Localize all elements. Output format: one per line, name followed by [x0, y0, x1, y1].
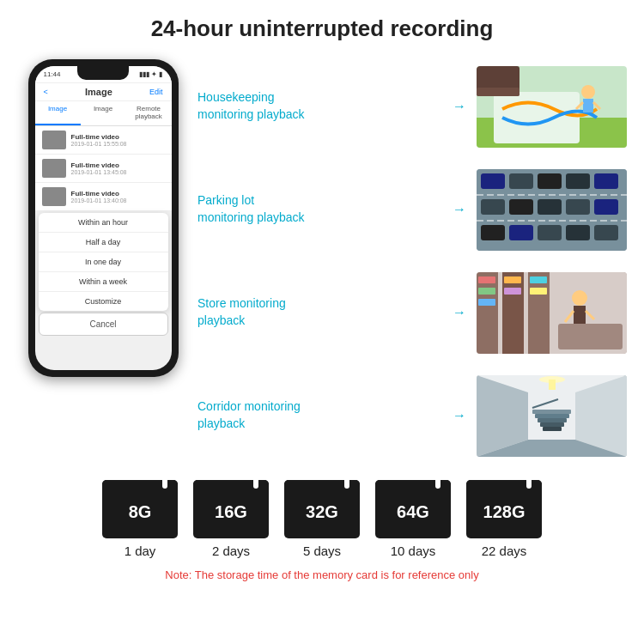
memory-card-notch-8g [162, 480, 167, 489]
phone-list-item-2[interactable]: Full-time video 2019-01-01 13:45:08 [35, 155, 172, 183]
monitoring-label-parking: Parking lotmonitoring playback [197, 192, 442, 226]
svg-rect-39 [530, 288, 547, 295]
phone-body: 11:44 ▮▮▮ ✦ ▮ < Image Edit Image Image R… [28, 59, 179, 377]
phone-tab-image[interactable]: Image [35, 101, 81, 125]
monitoring-label-housekeeping: Housekeepingmonitoring playback [197, 89, 442, 123]
phone-item-date-1: 2019-01-01 15:55:08 [71, 141, 165, 147]
svg-point-3 [581, 85, 595, 99]
phone-dropdown-one-day[interactable]: In one day [39, 252, 168, 272]
phone-item-title-3: Full-time video [71, 190, 165, 197]
storage-note: Note: The storage time of the memory car… [165, 568, 478, 581]
storage-card-64g: 64G 10 days [375, 480, 451, 558]
svg-rect-13 [481, 173, 505, 189]
phone-item-title-2: Full-time video [71, 161, 165, 169]
svg-rect-31 [502, 272, 524, 354]
svg-rect-26 [566, 225, 590, 240]
phone-thumb-2 [42, 159, 66, 178]
memory-card-label-16g: 16G [215, 502, 247, 522]
phone-thumb-3 [42, 187, 66, 206]
phone-dropdown-customize[interactable]: Customize [39, 292, 168, 311]
storage-card-128g: 128G 22 days [466, 480, 542, 558]
memory-card-128g: 128G [466, 480, 542, 538]
svg-rect-25 [538, 225, 562, 240]
svg-rect-52 [532, 410, 571, 414]
storage-card-32g: 32G 5 days [284, 480, 360, 558]
phone-tabs: Image Image Remote playback [35, 101, 172, 126]
phone-dropdown-half-day[interactable]: Half a day [39, 233, 168, 252]
svg-rect-22 [594, 199, 618, 215]
svg-rect-19 [509, 199, 533, 215]
phone-tab-image2[interactable]: Image [81, 101, 126, 125]
monitoring-scenarios: Housekeepingmonitoring playback → [197, 51, 627, 471]
phone-nav: < Image Edit [35, 83, 172, 101]
svg-rect-16 [566, 173, 590, 189]
svg-rect-15 [538, 173, 562, 189]
svg-rect-56 [543, 427, 562, 431]
svg-rect-20 [538, 199, 562, 215]
svg-rect-36 [504, 276, 521, 283]
storage-section: 8G 1 day 16G 2 days 32G 5 days 64G 10 da… [0, 471, 644, 586]
storage-days-128g: 22 days [482, 544, 527, 558]
main-content: 11:44 ▮▮▮ ✦ ▮ < Image Edit Image Image R… [0, 51, 644, 471]
memory-card-label-128g: 128G [483, 502, 526, 522]
svg-rect-8 [477, 88, 519, 96]
monitoring-image-corridor [477, 375, 627, 457]
svg-rect-33 [478, 276, 495, 283]
phone-tab-remote[interactable]: Remote playback [126, 101, 172, 125]
phone-cancel-button[interactable]: Cancel [39, 313, 168, 336]
phone-mockup: 11:44 ▮▮▮ ✦ ▮ < Image Edit Image Image R… [17, 51, 189, 471]
phone-dropdown[interactable]: Within an hour Half a day In one day Wit… [39, 213, 168, 311]
phone-dropdown-within-hour[interactable]: Within an hour [39, 213, 168, 233]
memory-card-8g: 8G [102, 480, 178, 538]
arrow-corridor: → [451, 408, 468, 423]
storage-card-16g: 16G 2 days [193, 480, 269, 558]
storage-card-8g: 8G 1 day [102, 480, 178, 558]
phone-thumb-1 [42, 131, 66, 149]
phone-notch [77, 66, 129, 80]
phone-item-info-3: Full-time video 2019-01-01 13:40:08 [71, 190, 165, 204]
phone-item-title-1: Full-time video [71, 133, 165, 141]
svg-rect-38 [530, 276, 547, 283]
monitoring-label-store: Store monitoringplayback [197, 295, 442, 329]
svg-rect-59 [549, 380, 556, 390]
svg-rect-27 [594, 225, 618, 240]
monitoring-image-store [477, 272, 627, 354]
phone-back-button[interactable]: < [44, 88, 48, 96]
svg-rect-21 [566, 199, 590, 215]
memory-card-16g: 16G [193, 480, 269, 538]
storage-days-64g: 10 days [391, 544, 436, 558]
phone-dropdown-week[interactable]: Within a week [39, 272, 168, 292]
svg-rect-2 [494, 92, 580, 143]
svg-rect-32 [528, 272, 550, 354]
svg-rect-17 [594, 173, 618, 189]
phone-screen: 11:44 ▮▮▮ ✦ ▮ < Image Edit Image Image R… [35, 66, 172, 370]
svg-rect-53 [535, 414, 569, 418]
storage-days-32g: 5 days [303, 544, 341, 558]
monitoring-row-corridor: Corridor monitoringplayback → [197, 375, 627, 457]
svg-rect-35 [478, 299, 495, 306]
memory-card-notch-64g [435, 480, 440, 489]
storage-days-16g: 2 days [212, 544, 250, 558]
phone-edit-button[interactable]: Edit [149, 88, 163, 96]
storage-cards: 8G 1 day 16G 2 days 32G 5 days 64G 10 da… [102, 480, 542, 558]
svg-rect-18 [481, 199, 505, 215]
phone-list-item-3[interactable]: Full-time video 2019-01-01 13:40:08 [35, 183, 172, 211]
monitoring-row-housekeeping: Housekeepingmonitoring playback → [197, 66, 627, 148]
svg-rect-24 [509, 225, 533, 240]
svg-rect-30 [477, 272, 498, 354]
svg-rect-4 [583, 99, 593, 112]
memory-card-label-32g: 32G [306, 502, 338, 522]
phone-signal: ▮▮▮ ✦ ▮ [139, 70, 162, 78]
monitoring-image-housekeeping [477, 66, 627, 148]
memory-card-notch-128g [526, 480, 532, 489]
svg-rect-23 [481, 225, 505, 240]
page-title: 24-hour uninterrupted recording [0, 0, 644, 51]
svg-rect-34 [478, 288, 495, 295]
memory-card-64g: 64G [375, 480, 451, 538]
monitoring-row-store: Store monitoringplayback → [197, 272, 627, 354]
svg-rect-46 [558, 324, 623, 349]
phone-list-item-1[interactable]: Full-time video 2019-01-01 15:55:08 [35, 126, 172, 155]
memory-card-label-64g: 64G [397, 502, 429, 522]
svg-rect-37 [504, 288, 521, 295]
memory-card-label-8g: 8G [129, 502, 152, 522]
